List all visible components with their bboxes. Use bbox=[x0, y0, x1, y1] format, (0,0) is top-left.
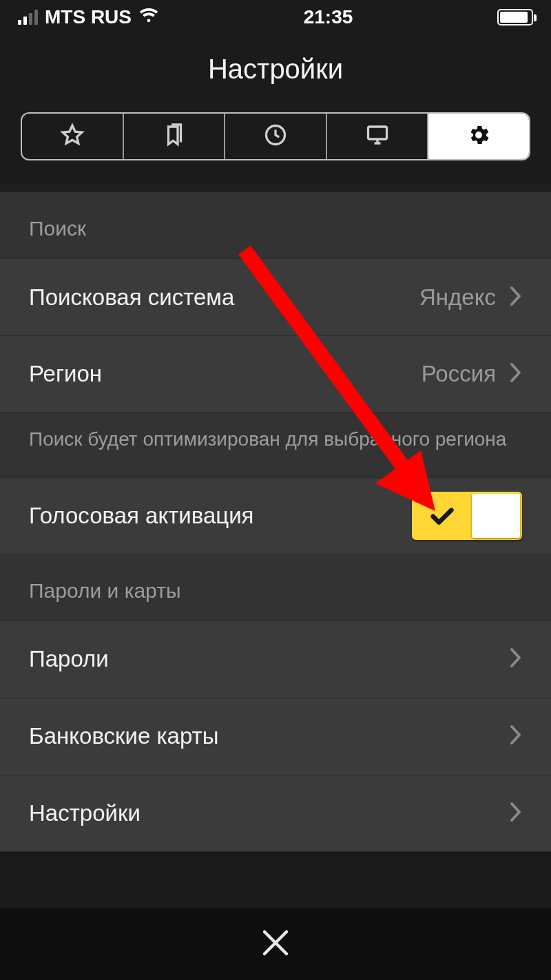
row-right bbox=[510, 802, 522, 825]
tab-bookmarks[interactable] bbox=[124, 114, 226, 159]
row-right bbox=[510, 647, 522, 671]
row-right bbox=[510, 724, 522, 748]
bottom-bar bbox=[0, 908, 551, 980]
tab-settings[interactable] bbox=[428, 114, 529, 159]
row-settings-sub[interactable]: Настройки bbox=[0, 775, 551, 852]
row-search-engine[interactable]: Поисковая система Яндекс bbox=[0, 258, 551, 335]
wifi-icon bbox=[138, 6, 159, 28]
status-left: MTS RUS bbox=[18, 6, 159, 28]
close-icon bbox=[260, 948, 291, 960]
row-label: Голосовая активация bbox=[29, 503, 253, 529]
chevron-right-icon bbox=[510, 724, 522, 748]
tab-devices[interactable] bbox=[327, 114, 429, 159]
row-label: Настройки bbox=[29, 800, 141, 826]
gear-icon bbox=[466, 123, 491, 150]
section-header-search: Поиск bbox=[0, 192, 551, 258]
row-label: Регион bbox=[29, 361, 102, 387]
carrier-label: MTS RUS bbox=[45, 6, 132, 28]
row-label: Пароли bbox=[29, 646, 109, 672]
section-footer-region: Поиск будет оптимизирован для выбранного… bbox=[0, 413, 551, 477]
status-right bbox=[497, 9, 533, 25]
row-bank-cards[interactable]: Банковские карты bbox=[0, 698, 551, 775]
chevron-right-icon bbox=[510, 362, 522, 386]
row-right: Россия bbox=[422, 361, 522, 387]
segmented-tabs bbox=[21, 112, 530, 160]
row-right: Яндекс bbox=[419, 284, 522, 311]
tab-favorites[interactable] bbox=[22, 114, 124, 159]
row-value: Россия bbox=[422, 361, 496, 387]
chevron-right-icon bbox=[510, 286, 522, 309]
row-voice-activation[interactable]: Голосовая активация bbox=[0, 477, 551, 554]
tab-history[interactable] bbox=[225, 114, 327, 159]
page-header: Настройки bbox=[0, 34, 551, 112]
section-header-passwords: Пароли и карты bbox=[0, 554, 551, 621]
row-passwords[interactable]: Пароли bbox=[0, 621, 551, 698]
passwords-group: Пароли Банковские карты Настройки bbox=[0, 621, 551, 852]
chevron-right-icon bbox=[510, 647, 522, 671]
monitor-icon bbox=[365, 123, 390, 150]
row-label: Банковские карты bbox=[29, 723, 218, 749]
svg-rect-1 bbox=[368, 127, 386, 139]
history-icon bbox=[263, 123, 288, 150]
row-value: Яндекс bbox=[419, 284, 496, 311]
row-right bbox=[412, 492, 522, 540]
star-icon bbox=[60, 123, 85, 150]
status-time: 21:35 bbox=[304, 6, 353, 28]
bookmarks-icon bbox=[161, 123, 186, 150]
chevron-right-icon bbox=[510, 802, 522, 825]
tabs-container bbox=[0, 112, 551, 184]
battery-icon bbox=[497, 9, 533, 25]
row-region[interactable]: Регион Россия bbox=[0, 335, 551, 413]
voice-group: Голосовая активация bbox=[0, 477, 551, 554]
close-button[interactable] bbox=[260, 928, 291, 961]
checkmark-icon bbox=[412, 502, 472, 530]
search-group: Поисковая система Яндекс Регион Россия bbox=[0, 258, 551, 413]
page-title: Настройки bbox=[0, 54, 551, 85]
status-bar: MTS RUS 21:35 bbox=[0, 0, 551, 34]
cellular-signal-icon bbox=[18, 10, 38, 25]
settings-body: Поиск Поисковая система Яндекс Регион Ро… bbox=[0, 192, 551, 852]
divider bbox=[0, 184, 551, 192]
voice-activation-toggle[interactable] bbox=[412, 492, 522, 540]
toggle-knob bbox=[472, 494, 520, 538]
row-label: Поисковая система bbox=[29, 284, 234, 311]
